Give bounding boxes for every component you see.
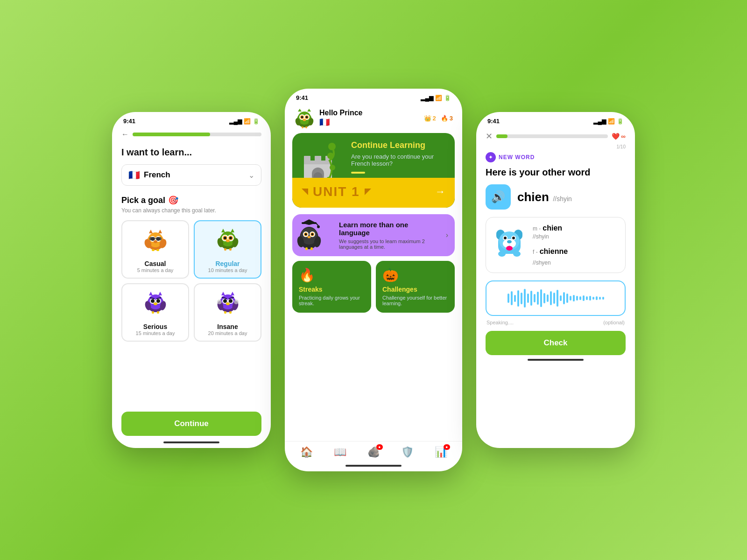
fire-count: 3 (450, 115, 453, 122)
goal-serious[interactable]: Serious 15 minutes a day (121, 283, 189, 342)
grad-owl-icon (294, 215, 324, 256)
svg-rect-77 (305, 126, 307, 128)
svg-marker-30 (231, 229, 234, 232)
svg-rect-105 (310, 247, 313, 250)
left-content: ← I want to learn... 🇫🇷 French ⌄ Pick a … (112, 127, 271, 438)
nav-shield[interactable]: 🛡️ (401, 446, 414, 458)
svg-point-37 (154, 302, 157, 305)
svg-point-86 (330, 165, 335, 170)
svg-point-71 (303, 119, 306, 121)
center-header: Hello Prince 🇫🇷 👑 2 🔥 3 (285, 104, 462, 133)
home-icon: 🏠 (300, 446, 313, 458)
wave-bar (602, 297, 604, 300)
goal-casual[interactable]: Casual 5 minutes a day (121, 220, 189, 279)
goal-insane[interactable]: Insane 20 minutes a day (194, 283, 261, 342)
insane-owl-icon (216, 291, 240, 320)
r-signal-icon: ▂▄▆ (593, 118, 606, 125)
svg-rect-81 (315, 156, 321, 162)
f-label: f - (533, 249, 538, 255)
streaks-title: Streaks (299, 286, 365, 293)
shop-badge: ● (376, 444, 382, 450)
masculine-row: m - chien (533, 224, 568, 232)
regular-owl-icon (216, 228, 240, 257)
goal-regular[interactable]: Regular 10 minutes a day (194, 220, 261, 279)
casual-name: Casual (145, 260, 166, 267)
learn-title: I want to learn... (121, 147, 261, 158)
language-name: French (144, 170, 170, 180)
wifi-icon: 📶 (244, 118, 251, 125)
wave-bar (514, 295, 516, 302)
right-status-icons: ▂▄▆ 📶 🔋 (593, 118, 624, 125)
close-button[interactable]: ✕ (486, 131, 493, 141)
wave-bar (553, 293, 555, 304)
wave-bar (560, 295, 562, 301)
continue-button[interactable]: Continue (121, 412, 261, 436)
profile-badge: ● (444, 444, 450, 450)
heart-display: ❤️ ∞ (612, 133, 626, 140)
center-status-bar: 9:41 ▂▄▆ 📶 🔋 (285, 89, 462, 104)
nav-lessons[interactable]: 📖 (334, 446, 346, 458)
svg-point-70 (306, 116, 308, 119)
wave-bar (566, 294, 568, 303)
unit-arrow-icon: → (435, 186, 445, 198)
insane-time: 20 minutes a day (208, 330, 247, 336)
right-top-bar: ✕ ❤️ ∞ (476, 127, 635, 144)
svg-point-61 (217, 300, 222, 304)
goal-target-icon: 🎯 (168, 195, 178, 205)
svg-point-113 (512, 237, 515, 239)
wave-bar (573, 295, 575, 301)
svg-rect-80 (304, 156, 310, 162)
svg-marker-58 (231, 292, 234, 295)
word-audio-row: 🔊 chien //shyin (486, 184, 626, 210)
check-button[interactable]: Check (486, 331, 626, 355)
learn-more-card[interactable]: Learn more than one language We suggests… (292, 214, 455, 256)
serious-name: Serious (143, 323, 167, 330)
unit-banner[interactable]: UNIT 1 → (292, 178, 455, 208)
audio-button[interactable]: 🔊 (486, 184, 511, 210)
back-bar: ← (121, 130, 261, 139)
fire-badge: 🔥 3 (441, 115, 453, 122)
learn-more-title: Learn more than one language (339, 221, 431, 237)
back-arrow-icon[interactable]: ← (121, 130, 129, 139)
svg-rect-76 (302, 126, 303, 128)
f-pronunciation: //shyen (533, 259, 568, 266)
svg-point-35 (151, 299, 155, 303)
svg-point-21 (224, 237, 226, 239)
svg-marker-57 (221, 292, 225, 295)
french-flag: 🇫🇷 (128, 169, 140, 181)
word-pronunciation: //shyin (553, 195, 571, 203)
new-word-icon: ✦ (486, 152, 496, 162)
streaks-card[interactable]: 🔥 Streaks Practicing daily grows your st… (292, 261, 371, 313)
center-status-icons: ▂▄▆ 📶 🔋 (421, 95, 451, 101)
continue-subtitle: Are you ready to continue your French le… (351, 153, 447, 167)
continue-learning-card[interactable]: Continue Learning Are you ready to conti… (292, 133, 455, 208)
heart-icon: ❤️ (612, 133, 620, 140)
dog-3d-icon (493, 225, 526, 266)
nav-shop[interactable]: 🪨 ● (367, 446, 380, 458)
svg-point-51 (229, 299, 233, 303)
book-icon: 📖 (334, 446, 346, 458)
wave-bar (507, 294, 509, 303)
casual-time: 5 minutes a day (137, 267, 174, 273)
nav-home[interactable]: 🏠 (300, 446, 313, 458)
speaking-label: Speaking.... (486, 320, 514, 325)
svg-rect-28 (229, 248, 232, 251)
learn-more-arrow-icon: › (446, 231, 448, 239)
wave-bar (579, 296, 581, 300)
svg-point-119 (498, 251, 506, 257)
language-selector[interactable]: 🇫🇷 French ⌄ (121, 164, 261, 186)
svg-point-88 (328, 143, 336, 150)
wave-bar (511, 291, 513, 305)
pick-goal-header: Pick a goal 🎯 (121, 195, 261, 205)
svg-marker-42 (149, 292, 153, 295)
svg-point-36 (156, 299, 160, 303)
svg-rect-56 (229, 311, 232, 314)
waveform-card[interactable] (486, 280, 626, 316)
wave-bar (521, 293, 522, 304)
goal-grid: Casual 5 minutes a day (121, 220, 261, 342)
top-progress-fill (133, 133, 210, 136)
crown-icon: 👑 (424, 115, 431, 122)
nav-profile[interactable]: 📊 ● (435, 446, 447, 458)
challenges-card[interactable]: 🎃 Challenges Challenge yourself for bett… (376, 261, 455, 313)
bottom-nav: 🏠 📖 🪨 ● 🛡️ 📊 ● (285, 441, 462, 461)
